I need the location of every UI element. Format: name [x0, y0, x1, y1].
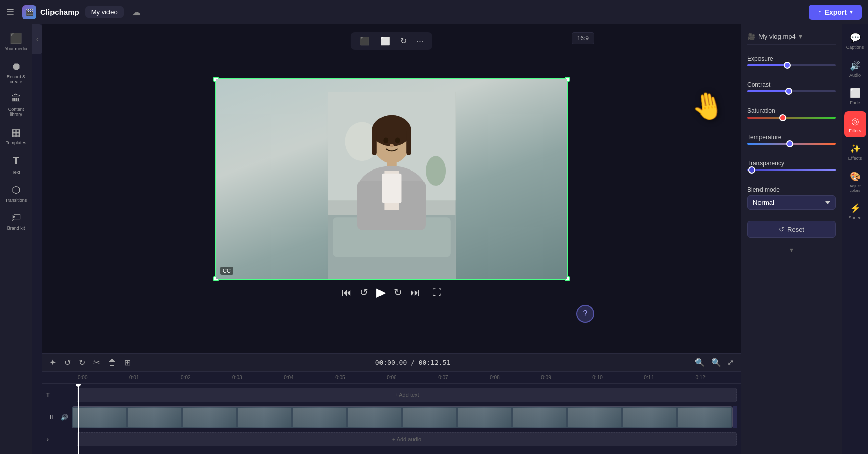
- more-button[interactable]: ···: [414, 35, 426, 47]
- saturation-slider-track[interactable]: [747, 117, 836, 119]
- hamburger-icon[interactable]: ☰: [6, 7, 14, 18]
- fullscreen-button[interactable]: ⛶: [432, 287, 442, 298]
- timeline-add[interactable]: ⊞: [122, 356, 133, 369]
- reset-icon: ↺: [779, 225, 784, 233]
- play-button[interactable]: ▶: [376, 285, 386, 299]
- far-right-adjust-colors[interactable]: 🎨 Adjust colors: [844, 167, 866, 197]
- contrast-slider-track[interactable]: [747, 90, 836, 92]
- person-silhouette: [326, 92, 457, 279]
- video-thumb: [622, 407, 677, 428]
- zoom-fit-button[interactable]: ⤢: [725, 356, 736, 369]
- zoom-in-button[interactable]: 🔍: [709, 356, 723, 369]
- playhead[interactable]: [78, 384, 79, 454]
- sidebar-item-templates[interactable]: ▦ Templates: [2, 122, 30, 149]
- sidebar-collapse-button[interactable]: ‹: [32, 24, 42, 54]
- cc-badge[interactable]: CC: [220, 267, 233, 275]
- panel-down-chevron[interactable]: ▾: [747, 244, 836, 256]
- blend-mode-select[interactable]: Normal: [747, 195, 836, 210]
- far-right-effects[interactable]: ✨ Effects: [844, 139, 866, 165]
- contrast-slider-thumb[interactable]: [785, 88, 792, 95]
- reset-button[interactable]: ↺ Reset: [747, 221, 836, 238]
- add-audio-track[interactable]: + Add audio: [77, 432, 737, 446]
- exposure-slider-thumb[interactable]: [784, 62, 791, 69]
- fit-button[interactable]: ⬜: [377, 35, 393, 47]
- timeline-cut[interactable]: ✂: [91, 356, 102, 369]
- sidebar-item-brand-kit[interactable]: 🏷 Brand kit: [2, 208, 30, 235]
- video-thumb: [237, 407, 292, 428]
- timeline-delete[interactable]: 🗑: [106, 356, 118, 369]
- contrast-label: Contrast: [747, 81, 836, 88]
- transparency-slider-track[interactable]: [747, 169, 836, 171]
- saturation-slider-thumb[interactable]: [779, 114, 786, 121]
- effects-icon: ✨: [850, 143, 861, 154]
- sidebar-item-label: Record & create: [4, 74, 28, 84]
- export-button[interactable]: ↑ Export ▾: [809, 5, 862, 20]
- main-layout: ⬛ Your media ⏺ Record & create 🏛 Content…: [0, 24, 868, 454]
- svg-point-11: [395, 138, 400, 144]
- svg-point-7: [372, 115, 411, 146]
- speed-icon: ⚡: [850, 203, 861, 214]
- audio-track-row: ♪ + Add audio: [42, 430, 741, 448]
- text-track-icon: T: [46, 392, 50, 398]
- timeline-select-tool[interactable]: ✦: [47, 356, 58, 369]
- sidebar-item-your-media[interactable]: ⬛ Your media: [2, 28, 30, 55]
- video-track-audio[interactable]: 🔊: [59, 412, 70, 423]
- timeline-undo[interactable]: ↺: [62, 356, 73, 369]
- far-right-audio[interactable]: 🔊 Audio: [844, 56, 866, 82]
- sidebar-item-label: Transitions: [5, 198, 27, 203]
- sidebar-item-text[interactable]: T Text: [2, 150, 30, 179]
- far-right-speed[interactable]: ⚡ Speed: [844, 199, 866, 224]
- temperature-slider-thumb[interactable]: [786, 140, 793, 147]
- saturation-slider-group: Saturation: [747, 107, 836, 123]
- skip-forward-button[interactable]: ⏭: [410, 287, 420, 298]
- skip-back-button[interactable]: ⏮: [342, 287, 352, 298]
- video-content: [216, 79, 567, 279]
- exposure-slider-track[interactable]: [747, 64, 836, 66]
- sidebar-item-label: Templates: [6, 140, 26, 145]
- help-button[interactable]: ?: [576, 305, 594, 323]
- svg-rect-9: [406, 131, 411, 155]
- fade-icon: ⬜: [850, 88, 861, 99]
- rotate-button[interactable]: ↻: [397, 35, 410, 47]
- record-create-icon: ⏺: [11, 61, 21, 72]
- sidebar-item-label: Your media: [5, 46, 27, 51]
- panel-expand-chevron[interactable]: ▾: [799, 32, 802, 40]
- audio-icon: 🔊: [850, 60, 861, 71]
- video-track-end: [733, 406, 737, 428]
- sidebar-item-record-create[interactable]: ⏺ Record & create: [2, 56, 30, 88]
- far-right-captions[interactable]: 💬 Captions: [844, 28, 866, 54]
- rewind-button[interactable]: ↺: [360, 286, 368, 298]
- transparency-label: Transparency: [747, 160, 836, 167]
- timeline-ruler: 0:00 0:01 0:02 0:03 0:04 0:05 0:06 0:07 …: [42, 372, 741, 384]
- svg-rect-17: [382, 174, 402, 203]
- video-track-pause[interactable]: ⏸: [46, 412, 57, 423]
- add-text-track[interactable]: + Add text: [77, 388, 737, 402]
- video-toolbar: ⬛ ⬜ ↻ ···: [351, 32, 432, 50]
- right-panel: 🎥 My vlog.mp4 ▾ Exposure Contrast Satura…: [741, 24, 842, 454]
- video-track-row: ⏸ 🔊: [42, 404, 741, 430]
- content-library-icon: 🏛: [11, 93, 21, 105]
- video-title[interactable]: My video: [85, 6, 124, 18]
- sidebar-item-label: Content library: [4, 107, 28, 117]
- video-track-content[interactable]: [72, 406, 733, 428]
- forward-button[interactable]: ↻: [394, 286, 402, 298]
- far-right-filters[interactable]: ◎ Filters: [844, 111, 866, 137]
- transparency-slider-thumb[interactable]: [748, 166, 755, 174]
- sidebar-item-content-library[interactable]: 🏛 Content library: [2, 89, 30, 121]
- svg-point-10: [383, 138, 388, 144]
- far-right-fade[interactable]: ⬜ Fade: [844, 84, 866, 109]
- far-right-sidebar: 💬 Captions 🔊 Audio ⬜ Fade ◎ Filters ✨ Ef…: [842, 24, 868, 454]
- video-preview-area: ⬛ ⬜ ↻ ··· 16:9: [42, 24, 741, 353]
- exposure-label: Exposure: [747, 55, 836, 62]
- sidebar-item-transitions[interactable]: ⬡ Transitions: [2, 180, 30, 207]
- text-track-row: T + Add text: [42, 386, 741, 404]
- transparency-slider-group: Transparency: [747, 160, 836, 175]
- text-track-label: T: [46, 392, 77, 398]
- zoom-out-button[interactable]: 🔍: [693, 356, 707, 369]
- timeline-redo[interactable]: ↻: [77, 356, 87, 369]
- topbar: ☰ 🎬 Clipchamp My video ☁ ↑ Export ▾: [0, 0, 868, 24]
- temperature-slider-track[interactable]: [747, 143, 836, 145]
- video-thumb: [512, 407, 567, 428]
- video-thumb: [677, 407, 732, 428]
- crop-button[interactable]: ⬛: [357, 35, 373, 47]
